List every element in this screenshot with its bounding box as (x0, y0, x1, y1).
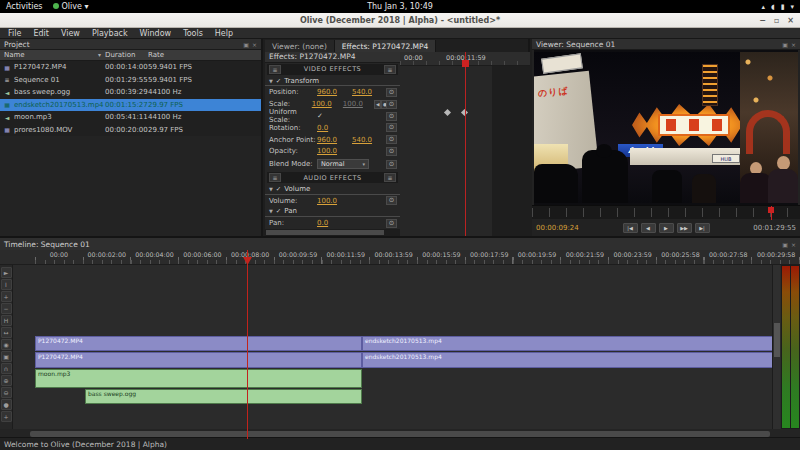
project-item-row[interactable]: ▦endsketch20170513.mp400:01:15:2729.97 F… (0, 99, 261, 112)
volume-value[interactable]: 100.0 (317, 197, 352, 205)
keyframe-toggle-icon[interactable]: ⊙ (386, 219, 397, 228)
close-button[interactable]: × (787, 16, 794, 25)
hand-tool[interactable]: ◉ (1, 339, 12, 350)
add-audio-effect-icon[interactable]: ≡ (384, 173, 396, 182)
project-item-row[interactable]: ◄moon.mp300:05:41:1144100 Hz (0, 111, 261, 124)
project-item-row[interactable]: ≡Sequence 0100:01:29:5559.9401 FPS (0, 74, 261, 87)
menu-item-view[interactable]: View (56, 29, 85, 38)
audio-effects-menu-icon[interactable]: ≡ (269, 173, 281, 182)
viewer-scrub-bar[interactable] (532, 205, 800, 219)
transition-tool[interactable]: ▣ (1, 351, 12, 362)
collapse-icon[interactable]: ▼ (269, 186, 273, 192)
project-item-row[interactable]: ◄bass sweep.ogg00:00:39:2944100 Hz (0, 86, 261, 99)
opacity-value[interactable]: 100.0 (317, 147, 352, 155)
menu-item-file[interactable]: File (3, 29, 26, 38)
keyframe-toggle-icon[interactable]: ⊙ (386, 147, 397, 156)
play-button[interactable]: ▶ (659, 223, 674, 233)
position-x-value[interactable]: 960.0 (317, 88, 352, 96)
project-column-headers[interactable]: Name▾ Duration Rate (0, 50, 261, 61)
panel-close-icon[interactable]: × (791, 41, 796, 48)
maximize-button[interactable]: ▫ (774, 16, 779, 25)
keyframe-toggle-icon[interactable]: ⊙ (386, 112, 397, 121)
effects-horizontal-scrollbar[interactable] (265, 229, 400, 236)
rotation-value[interactable]: 0.0 (317, 124, 352, 132)
menu-item-playback[interactable]: Playback (87, 29, 133, 38)
pan-enabled-checkbox[interactable]: ✓ (276, 207, 281, 215)
menu-bar: FileEditViewPlaybackWindowToolsHelp (0, 28, 800, 39)
project-item-row[interactable]: ▦P1270472.MP400:00:14:0059.9401 FPS (0, 61, 261, 74)
add-button[interactable]: + (1, 411, 12, 422)
system-tray[interactable]: ▴◖▮▾ (761, 3, 794, 11)
position-y-value[interactable]: 540.0 (352, 88, 387, 96)
tab-effects[interactable]: Effects: P1270472.MP4 (335, 40, 436, 52)
video-icon: ▦ (0, 126, 14, 133)
snapping-toggle[interactable]: ∩ (1, 363, 12, 374)
timeline-ruler[interactable]: 00:0000:00:02:0000:00:04:0000:00:06:0000… (0, 250, 800, 265)
collapse-icon[interactable]: ▼ (269, 78, 273, 84)
add-video-effect-icon[interactable]: ≡ (384, 65, 396, 74)
slip-tool[interactable]: H (1, 315, 12, 326)
keyframe-playhead[interactable] (465, 52, 466, 236)
timeline-vertical-scrollbar[interactable] (772, 265, 780, 429)
video-effects-menu-icon[interactable]: ≡ (269, 65, 281, 74)
keyframe-toggle-icon[interactable]: ⊙ (386, 88, 397, 97)
previous-frame-button[interactable]: ◀ (641, 223, 656, 233)
timeline-clip-video[interactable]: P1270472.MP4 (35, 352, 362, 368)
menu-item-window[interactable]: Window (135, 29, 177, 38)
pan-section-header[interactable]: ▼ ✓ Pan (265, 207, 400, 218)
go-to-end-button[interactable]: ▶| (695, 223, 710, 233)
keyframe-toggle-icon[interactable]: ⊙ (386, 123, 397, 132)
viewer-playhead[interactable] (771, 206, 772, 220)
keyframe-toggle-icon[interactable]: ⊙ (386, 100, 397, 109)
panel-close-icon[interactable]: × (791, 241, 796, 248)
panel-popout-icon[interactable]: ▣ (782, 41, 788, 48)
panel-close-icon[interactable]: × (252, 41, 257, 48)
ripple-tool[interactable]: + (1, 291, 12, 302)
keyframe-toggle-icon[interactable]: ⊙ (386, 135, 397, 144)
timeline-clip-video[interactable]: endsketch20170513.mp4 (362, 352, 772, 368)
clock[interactable]: Thu Jan 3, 10:49 (0, 2, 800, 11)
pointer-tool[interactable]: ► (1, 267, 12, 278)
timeline-clip-audio[interactable]: moon.mp3 (35, 369, 362, 388)
keyframe-area[interactable]: 00:00 00:00:11:59 (400, 52, 530, 236)
project-item-row[interactable]: ▦prores1080.MOV00:00:20:0029.97 FPS (0, 124, 261, 137)
timeline-playhead[interactable] (247, 250, 248, 439)
anchor-y-value[interactable]: 540.0 (352, 136, 387, 144)
blend-mode-select[interactable]: Normal ▾ (317, 159, 369, 169)
next-frame-button[interactable]: ▶▶ (677, 223, 692, 233)
timeline-clip-video[interactable]: endsketch20170513.mp4 (362, 336, 772, 351)
menu-item-help[interactable]: Help (210, 29, 238, 38)
go-to-start-button[interactable]: |◀ (623, 223, 638, 233)
volume-section-header[interactable]: ▼ ✓ Volume (265, 184, 400, 195)
uniform-scale-checkbox[interactable]: ✓ (317, 112, 323, 120)
anchor-x-value[interactable]: 960.0 (317, 136, 352, 144)
menu-item-tools[interactable]: Tools (178, 29, 208, 38)
panel-popout-icon[interactable]: ▣ (782, 241, 788, 248)
transform-section-header[interactable]: ▼ ✓ Transform (265, 76, 400, 87)
collapse-icon[interactable]: ▼ (269, 208, 273, 214)
pan-value[interactable]: 0.0 (317, 219, 352, 227)
zoom-in-tool[interactable]: ⊕ (1, 375, 12, 386)
panel-popout-icon[interactable]: ▣ (243, 41, 249, 48)
viewer-current-timecode[interactable]: 00:00:09:24 (536, 224, 596, 232)
edit-tool[interactable]: I (1, 279, 12, 290)
keyframe-playhead-handle[interactable] (462, 60, 469, 67)
keyframe-toggle-icon[interactable]: ⊙ (386, 196, 397, 205)
zoom-out-tool[interactable]: ⊖ (1, 387, 12, 398)
previous-keyframe-icon[interactable]: ◀ (374, 100, 381, 109)
tab-viewer-none[interactable]: Viewer: (none) (265, 40, 335, 52)
minimize-button[interactable]: − (759, 16, 766, 25)
record-button[interactable]: ● (1, 399, 12, 410)
transform-enabled-checkbox[interactable]: ✓ (276, 77, 281, 85)
keyframe-toggle-icon[interactable]: ⊙ (386, 160, 397, 169)
timeline-clip-video[interactable]: P1270472.MP4 (35, 336, 362, 351)
scale-x-value[interactable]: 100.0 (312, 100, 343, 108)
slide-tool[interactable]: ↔ (1, 327, 12, 338)
volume-enabled-checkbox[interactable]: ✓ (276, 185, 281, 193)
window-titlebar[interactable]: Olive (December 2018 | Alpha) - <untitle… (0, 13, 800, 28)
razor-tool[interactable]: − (1, 303, 12, 314)
menu-item-edit[interactable]: Edit (28, 29, 54, 38)
timeline-tracks[interactable]: P1270472.MP4 endsketch20170513.mp4 P1270… (13, 265, 772, 429)
keyframe-marker[interactable] (444, 109, 451, 116)
timeline-clip-audio[interactable]: bass sweep.ogg (85, 389, 362, 404)
